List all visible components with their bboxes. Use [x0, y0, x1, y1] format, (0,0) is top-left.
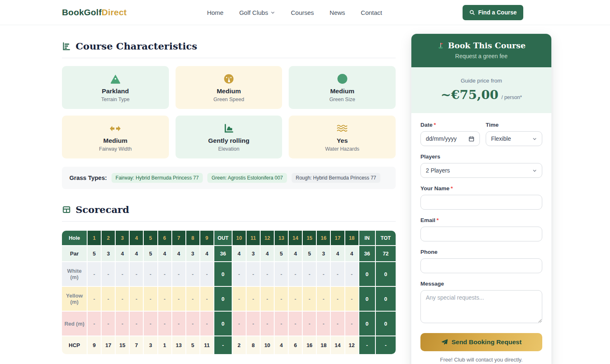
scorecard-row-hcp: HCP9171573113511-28104616181412-- — [62, 336, 396, 354]
tree-icon — [68, 73, 163, 85]
characteristic-card-green-speed: MediumGreen Speed — [176, 66, 282, 109]
logo-part-green: BookGolf — [62, 7, 102, 17]
scorecard-cell: 5 — [144, 246, 158, 262]
characteristic-label: Fairway Width — [68, 146, 163, 152]
time-select[interactable]: Flexible — [486, 131, 542, 146]
scorecard-cell: 4 — [331, 246, 345, 262]
scorecard-cell: - — [130, 287, 144, 312]
grass-type-pill: Green: Agrostis Estolonifera 007 — [207, 173, 287, 183]
message-textarea[interactable] — [420, 290, 542, 323]
characteristic-value: Medium — [68, 137, 163, 144]
nav-item-news[interactable]: News — [330, 9, 345, 16]
logo[interactable]: BookGolfDirect — [62, 7, 127, 17]
nav-item-contact[interactable]: Contact — [361, 9, 382, 16]
booking-card-title: Book This Course — [415, 41, 547, 50]
scorecard-cell: 16 — [303, 336, 317, 354]
scorecard-cell: 4 — [345, 246, 359, 262]
scorecard-cell: 0 — [376, 262, 396, 287]
name-input[interactable] — [420, 195, 542, 210]
scorecard-cell: - — [102, 262, 116, 287]
scorecard-cell: 3 — [102, 246, 116, 262]
scorecard-cell: - — [275, 312, 289, 336]
scorecard-cell: 4 — [172, 246, 186, 262]
scorecard-cell: 4 — [158, 246, 172, 262]
search-icon — [469, 9, 475, 15]
scorecard-header-cell: 7 — [172, 231, 186, 246]
scorecard-cell: - — [186, 262, 200, 287]
scorecard-header-cell: 8 — [186, 231, 200, 246]
scorecard-header-cell: 13 — [275, 231, 289, 246]
email-input[interactable] — [420, 227, 542, 241]
characteristic-label: Green Speed — [181, 97, 277, 102]
characteristic-card-elevation: Gently rollingElevation — [176, 116, 282, 158]
scorecard-cell: - — [303, 312, 317, 336]
area-chart-icon — [181, 123, 277, 134]
scorecard-cell: 0 — [376, 287, 396, 312]
nav-item-home[interactable]: Home — [207, 9, 223, 16]
scorecard-header-cell: 3 — [116, 231, 130, 246]
scorecard-cell: 2 — [233, 336, 247, 354]
scorecard-cell: - — [275, 287, 289, 312]
scorecard-cell: 0 — [214, 262, 233, 287]
scorecard-cell: 4 — [289, 246, 303, 262]
scorecard-cell: 4 — [275, 336, 289, 354]
find-a-course-button[interactable]: Find a Course — [463, 5, 523, 20]
scorecard-cell: 0 — [214, 312, 233, 336]
scorecard-cell: - — [275, 262, 289, 287]
scorecard-header-cell: 12 — [261, 231, 275, 246]
nav-item-courses[interactable]: Courses — [291, 9, 314, 16]
scorecard-cell: 9 — [88, 336, 102, 354]
scorecard-cell: White (m) — [62, 262, 88, 287]
grass-type-pill: Fairway: Hybrid Bermuda Princess 77 — [112, 173, 203, 183]
scorecard-header-cell: 5 — [144, 231, 158, 246]
scorecard-cell: 0 — [359, 287, 376, 312]
scorecard-cell: Par — [62, 246, 88, 262]
scorecard-cell: 0 — [359, 262, 376, 287]
scorecard-table: Hole123456789OUT101112131415161718INTOTP… — [62, 231, 396, 354]
price-label: Guide price from — [415, 78, 547, 84]
gauge-icon — [181, 73, 277, 85]
scorecard-header-cell: 4 — [130, 231, 144, 246]
scorecard-header-cell: 14 — [289, 231, 303, 246]
scorecard-cell: 11 — [200, 336, 214, 354]
scorecard-header-cell: 2 — [102, 231, 116, 246]
scorecard-cell: - — [88, 312, 102, 336]
phone-label: Phone — [420, 249, 542, 255]
nav-item-golf-clubs[interactable]: Golf Clubs — [239, 9, 275, 16]
divider — [62, 58, 396, 58]
waves-icon — [294, 123, 390, 134]
scorecard-header-cell: 11 — [247, 231, 261, 246]
scorecard-table-wrap: Hole123456789OUT101112131415161718INTOTP… — [62, 231, 396, 354]
scorecard-row-white: White (m)---------0---------00 — [62, 262, 396, 287]
characteristic-label: Elevation — [181, 146, 277, 152]
scorecard-header-cell: 16 — [317, 231, 331, 246]
scorecard-cell: - — [88, 262, 102, 287]
paper-plane-icon — [441, 339, 448, 345]
scorecard-cell: - — [200, 287, 214, 312]
date-input[interactable]: dd/mm/yyyy — [420, 131, 480, 146]
scorecard-cell: 4 — [233, 246, 247, 262]
scorecard-cell: - — [172, 287, 186, 312]
scorecard-cell: - — [331, 262, 345, 287]
phone-input[interactable] — [420, 258, 542, 273]
scorecard-cell: - — [186, 312, 200, 336]
scorecard-cell: 18 — [317, 336, 331, 354]
scorecard-cell: HCP — [62, 336, 88, 354]
players-select[interactable]: 2 Players — [420, 163, 542, 178]
scorecard-cell: 3 — [247, 246, 261, 262]
scorecard-cell: 72 — [376, 246, 396, 262]
scorecard-cell: Yellow (m) — [62, 287, 88, 312]
scorecard-cell: - — [116, 262, 130, 287]
message-label: Message — [420, 281, 542, 287]
course-characteristics-section: Course Characteristics ParklandTerrain T… — [62, 33, 396, 189]
send-booking-button[interactable]: Send Booking Request — [420, 333, 542, 351]
scorecard-cell: - — [233, 287, 247, 312]
date-placeholder: dd/mm/yyyy — [426, 135, 457, 142]
characteristic-label: Water Hazards — [294, 146, 390, 152]
scorecard-row-yellow: Yellow (m)---------0---------00 — [62, 287, 396, 312]
booking-form: Date* dd/mm/yyyy Time Flexible — [411, 113, 551, 364]
scorecard-header-cell: IN — [359, 231, 376, 246]
booking-card-header: Book This Course Request a green fee — [411, 34, 551, 67]
scorecard-cell: - — [214, 336, 233, 354]
scorecard-cell: - — [345, 312, 359, 336]
